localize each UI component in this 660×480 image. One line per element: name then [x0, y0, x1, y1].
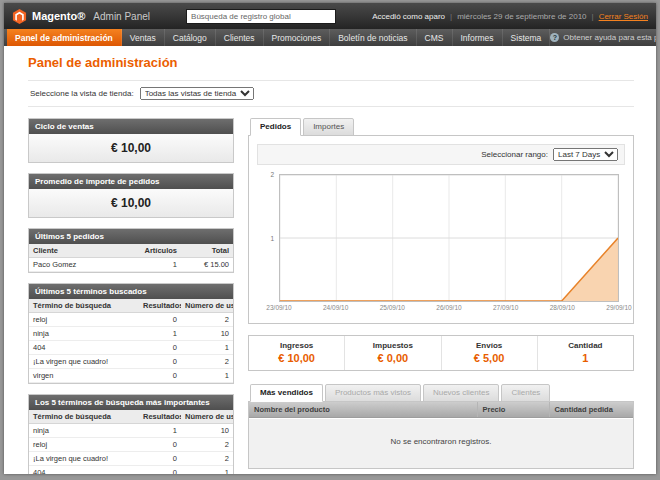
- main-nav: Panel de administración Ventas Catálogo …: [4, 29, 656, 46]
- table-row: Paco Gomez1€ 15.00: [29, 258, 233, 272]
- chart-tabs: Pedidos Importes: [248, 118, 634, 136]
- nav-item-clientes[interactable]: Clientes: [216, 29, 264, 46]
- column-header: Número de usos: [181, 299, 233, 313]
- range-select[interactable]: Last 7 Days: [553, 148, 618, 161]
- last-orders-table: Cliente Artículos Total Paco Gomez1€ 15.…: [29, 244, 233, 272]
- magento-logo[interactable]: Magento® Admin Panel: [12, 9, 150, 24]
- grid-tabs: Más vendidos Productos más vistos Nuevos…: [248, 384, 634, 402]
- table-cell: 0: [139, 355, 181, 369]
- global-search-input[interactable]: [186, 9, 336, 24]
- dashboard-sidebar: Ciclo de ventas € 10,00 Promedio de impo…: [28, 118, 234, 474]
- table-cell: 1: [139, 424, 181, 438]
- table-row: ninja110: [29, 424, 233, 438]
- column-header: Término de búsqueda: [29, 410, 139, 424]
- table-cell: 2: [181, 438, 233, 452]
- tab-nuevos-clientes[interactable]: Nuevos clientes: [423, 384, 499, 402]
- store-view-select[interactable]: Todas las vistas de tienda: [140, 87, 254, 100]
- tab-productos-mas-vistos[interactable]: Productos más vistos: [325, 384, 421, 402]
- separator: |: [450, 12, 452, 21]
- y-axis: 12: [263, 174, 278, 302]
- table-cell: ninja: [29, 424, 139, 438]
- table-cell: 2: [181, 452, 233, 466]
- top-search-terms-title: Los 5 términos de búsqueda más important…: [29, 395, 233, 410]
- store-view-label: Seleccione la vista de tienda:: [30, 89, 134, 98]
- help-link[interactable]: ? Obtener ayuda para esta página: [550, 29, 656, 46]
- x-axis-label: 27/09/10: [493, 304, 518, 311]
- table-cell: 1: [139, 327, 181, 341]
- nav-item-dashboard[interactable]: Panel de administración: [7, 29, 122, 46]
- range-label: Seleccionar rango:: [481, 150, 548, 159]
- table-row: ninja110: [29, 327, 233, 341]
- table-cell: € 15.00: [181, 258, 233, 272]
- stat-label: Envíos: [444, 341, 535, 350]
- orders-chart: 12 23/09/1024/09/1025/09/1026/09/1027/09…: [263, 174, 619, 315]
- table-cell: 10: [181, 327, 233, 341]
- table-cell: 0: [139, 452, 181, 466]
- x-axis-label: 26/09/10: [436, 304, 461, 311]
- x-axis-label: 23/09/10: [266, 304, 291, 311]
- help-label: Obtener ayuda para esta página: [563, 33, 656, 42]
- chart-plot: [279, 174, 619, 302]
- column-header: Total: [181, 244, 233, 258]
- table-cell: ¡La virgen que cuadro!: [29, 355, 139, 369]
- table-row: 40401: [29, 466, 233, 475]
- table-cell: 404: [29, 466, 139, 475]
- logout-link[interactable]: Cerrar Sesión: [599, 12, 648, 21]
- magento-logo-icon: [12, 9, 27, 24]
- logo-title: Magento®: [32, 10, 85, 22]
- top-search-terms-box: Los 5 términos de búsqueda más important…: [28, 394, 234, 474]
- table-row: reloj02: [29, 438, 233, 452]
- tab-clientes[interactable]: Clientes: [501, 384, 550, 402]
- average-orders-value: € 10,00: [29, 189, 233, 217]
- table-cell: 0: [139, 341, 181, 355]
- nav-item-promociones[interactable]: Promociones: [264, 29, 331, 46]
- page-title: Panel de administración: [28, 55, 634, 70]
- table-cell: 1: [139, 258, 181, 272]
- top-header: Magento® Admin Panel Accedió como aparo …: [4, 3, 656, 29]
- x-axis: 23/09/1024/09/1025/09/1026/09/1027/09/10…: [279, 304, 619, 315]
- nav-item-boletin[interactable]: Boletín de noticias: [330, 29, 416, 46]
- table-cell: 2: [181, 313, 233, 327]
- table-cell: 1: [181, 369, 233, 383]
- stat-label: Cantidad: [540, 341, 631, 350]
- stat-label: Impuestos: [347, 341, 438, 350]
- table-cell: 2: [181, 355, 233, 369]
- products-grid-panel: Nombre del producto Precio Cantidad pedi…: [248, 401, 634, 469]
- header-user-area: Accedió como aparo | miércoles 29 de sep…: [372, 12, 648, 21]
- stat-value: 1: [540, 352, 631, 364]
- column-header: Nombre del producto: [249, 402, 477, 418]
- stat-cantidad: Cantidad 1: [537, 336, 633, 370]
- table-row: reloj02: [29, 313, 233, 327]
- table-cell: 0: [139, 369, 181, 383]
- nav-item-sistema[interactable]: Sistema: [503, 29, 551, 46]
- lifetime-sales-title: Ciclo de ventas: [29, 119, 233, 134]
- table-cell: 0: [139, 466, 181, 475]
- tab-mas-vendidos[interactable]: Más vendidos: [250, 384, 323, 402]
- last-orders-box: Últimos 5 pedidos Cliente Artículos Tota…: [28, 228, 234, 273]
- nav-item-cms[interactable]: CMS: [417, 29, 453, 46]
- table-cell: 404: [29, 341, 139, 355]
- table-header-row: Cliente Artículos Total: [29, 244, 233, 258]
- top-search-terms-table: Término de búsqueda Resultados Número de…: [29, 410, 233, 474]
- column-header: Cliente: [29, 244, 139, 258]
- stat-value: € 5,00: [444, 352, 535, 364]
- stat-value: € 10,00: [251, 352, 342, 364]
- nav-item-informes[interactable]: Informes: [453, 29, 503, 46]
- dashboard-main: Pedidos Importes Seleccionar rango: Last…: [248, 118, 634, 469]
- nav-item-ventas[interactable]: Ventas: [122, 29, 165, 46]
- admin-page: Magento® Admin Panel Accedió como aparo …: [4, 3, 656, 474]
- logo-subtitle: Admin Panel: [93, 11, 150, 22]
- x-axis-label: 24/09/10: [323, 304, 348, 311]
- average-orders-box: Promedio de importe de pedidos € 10,00: [28, 173, 234, 218]
- column-header: Número de usos: [181, 410, 233, 424]
- table-cell: 0: [139, 438, 181, 452]
- average-orders-title: Promedio de importe de pedidos: [29, 174, 233, 189]
- tab-pedidos[interactable]: Pedidos: [250, 118, 301, 136]
- table-cell: ninja: [29, 327, 139, 341]
- tab-importes[interactable]: Importes: [303, 118, 354, 136]
- table-cell: 0: [139, 313, 181, 327]
- table-header-row: Término de búsqueda Resultados Número de…: [29, 299, 233, 313]
- last-orders-title: Últimos 5 pedidos: [29, 229, 233, 244]
- table-cell: reloj: [29, 438, 139, 452]
- nav-item-catalogo[interactable]: Catálogo: [165, 29, 216, 46]
